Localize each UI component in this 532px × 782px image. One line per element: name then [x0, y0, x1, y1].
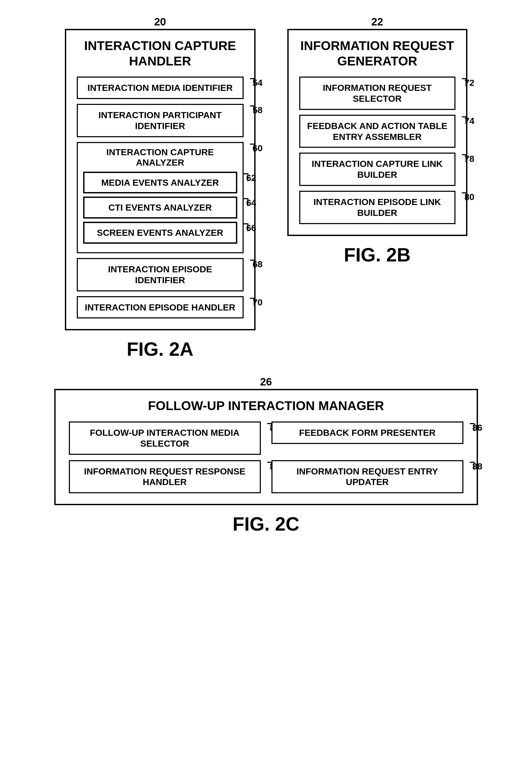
- top-row: 20 INTERACTION CAPTURE HANDLER INTERACTI…: [21, 16, 511, 360]
- interaction-episode-link-builder-wrap: INTERACTION EPISODE LINK BUILDER 80: [299, 191, 455, 224]
- ref-54: 54: [253, 78, 263, 87]
- ref-62: 62: [246, 173, 256, 182]
- fig2c-outer-wrapper: 26 FOLLOW-UP INTERACTION MANAGER FOLLOW-…: [54, 376, 478, 505]
- information-request-response-wrap: INFORMATION REQUEST RESPONSE HANDLER 84: [69, 460, 261, 494]
- fig2b-container: 22 INFORMATION REQUEST GENERATOR INFORMA…: [287, 16, 467, 266]
- fig2c-grid: FOLLOW-UP INTERACTION MEDIA SELECTOR 82 …: [69, 422, 463, 493]
- interaction-episode-handler: INTERACTION EPISODE HANDLER: [77, 296, 243, 319]
- analyzer-wrap: INTERACTION CAPTURE ANALYZER MEDIA EVENT…: [77, 142, 243, 253]
- media-events-wrap: MEDIA EVENTS ANALYZER 62: [83, 172, 237, 193]
- information-request-entry-updater-wrap: INFORMATION REQUEST ENTRY UPDATER 88: [271, 460, 463, 494]
- interaction-episode-link-builder: INTERACTION EPISODE LINK BUILDER: [299, 191, 455, 224]
- ref-68: 68: [253, 260, 263, 269]
- ref-58: 58: [253, 105, 263, 114]
- fig2b-ref-num: 22: [371, 16, 383, 28]
- information-request-response-handler: INFORMATION REQUEST RESPONSE HANDLER: [69, 460, 261, 494]
- feedback-action-table-wrap: FEEDBACK AND ACTION TABLE ENTRY ASSEMBLE…: [299, 115, 455, 148]
- fig2a-ref-num: 20: [154, 16, 166, 28]
- media-events-analyzer: MEDIA EVENTS ANALYZER: [83, 172, 237, 193]
- interaction-episode-identifier-wrap: INTERACTION EPISODE IDENTIFIER 68: [77, 258, 243, 291]
- fig2c-title: FOLLOW-UP INTERACTION MANAGER: [69, 398, 463, 414]
- ref-72: 72: [464, 78, 474, 87]
- fig2b-title: INFORMATION REQUEST GENERATOR: [299, 38, 455, 69]
- information-request-entry-updater: INFORMATION REQUEST ENTRY UPDATER: [271, 460, 463, 494]
- ref-70: 70: [253, 298, 263, 307]
- ref-64: 64: [246, 198, 256, 207]
- interaction-episode-identifier: INTERACTION EPISODE IDENTIFIER: [77, 258, 243, 291]
- ref-80: 80: [464, 192, 474, 201]
- interaction-participant-identifier: INTERACTION PARTICIPANT IDENTIFIER: [77, 104, 243, 137]
- fig2c-label: FIG. 2C: [232, 513, 299, 535]
- fig2c-container: 26 FOLLOW-UP INTERACTION MANAGER FOLLOW-…: [21, 376, 511, 535]
- ref-86: 86: [472, 423, 483, 432]
- analyzer-label: INTERACTION CAPTURE ANALYZER: [83, 147, 237, 168]
- information-request-selector-wrap: INFORMATION REQUEST SELECTOR 72: [299, 77, 455, 110]
- interaction-participant-identifier-wrap: INTERACTION PARTICIPANT IDENTIFIER 58: [77, 104, 243, 137]
- information-request-selector: INFORMATION REQUEST SELECTOR: [299, 77, 455, 110]
- fig2a-label: FIG. 2A: [126, 338, 193, 360]
- fig2b-outer-box: INFORMATION REQUEST GENERATOR INFORMATIO…: [287, 29, 467, 236]
- ref-88: 88: [472, 462, 483, 471]
- interaction-capture-link-builder-wrap: INTERACTION CAPTURE LINK BUILDER 78: [299, 152, 455, 186]
- ref-78: 78: [464, 154, 474, 163]
- ref-60: 60: [253, 144, 263, 152]
- fig2b-outer-wrapper: 22 INFORMATION REQUEST GENERATOR INFORMA…: [287, 16, 467, 236]
- screen-events-wrap: SCREEN EVENTS ANALYZER 66: [83, 222, 237, 244]
- cti-events-analyzer: CTI EVENTS ANALYZER: [83, 197, 237, 218]
- page: 20 INTERACTION CAPTURE HANDLER INTERACTI…: [0, 0, 532, 782]
- fig2a-title: INTERACTION CAPTURE HANDLER: [77, 38, 243, 69]
- feedback-form-presenter-wrap: FEEDBACK FORM PRESENTER 86: [271, 422, 463, 455]
- fig2a-outer-box: INTERACTION CAPTURE HANDLER INTERACTION …: [65, 29, 256, 330]
- ref-74: 74: [464, 116, 474, 125]
- fig2a-container: 20 INTERACTION CAPTURE HANDLER INTERACTI…: [65, 16, 256, 360]
- followup-media-selector-wrap: FOLLOW-UP INTERACTION MEDIA SELECTOR 82: [69, 422, 261, 455]
- interaction-media-identifier-wrap: INTERACTION MEDIA IDENTIFIER 54: [77, 77, 243, 99]
- followup-interaction-media-selector: FOLLOW-UP INTERACTION MEDIA SELECTOR: [69, 422, 261, 455]
- feedback-action-table-assembler: FEEDBACK AND ACTION TABLE ENTRY ASSEMBLE…: [299, 115, 455, 148]
- feedback-form-presenter: FEEDBACK FORM PRESENTER: [271, 422, 463, 444]
- interaction-capture-link-builder: INTERACTION CAPTURE LINK BUILDER: [299, 152, 455, 186]
- fig2b-label: FIG. 2B: [344, 244, 411, 266]
- interaction-media-identifier: INTERACTION MEDIA IDENTIFIER: [77, 77, 243, 99]
- cti-events-wrap: CTI EVENTS ANALYZER 64: [83, 197, 237, 218]
- screen-events-analyzer: SCREEN EVENTS ANALYZER: [83, 222, 237, 244]
- fig2c-ref-num: 26: [260, 376, 272, 388]
- interaction-capture-analyzer-box: INTERACTION CAPTURE ANALYZER MEDIA EVENT…: [77, 142, 243, 253]
- ref-66: 66: [246, 223, 256, 232]
- interaction-episode-handler-wrap: INTERACTION EPISODE HANDLER 70: [77, 296, 243, 319]
- fig2a-outer-wrapper: 20 INTERACTION CAPTURE HANDLER INTERACTI…: [65, 16, 256, 330]
- fig2c-outer-box: FOLLOW-UP INTERACTION MANAGER FOLLOW-UP …: [54, 389, 478, 505]
